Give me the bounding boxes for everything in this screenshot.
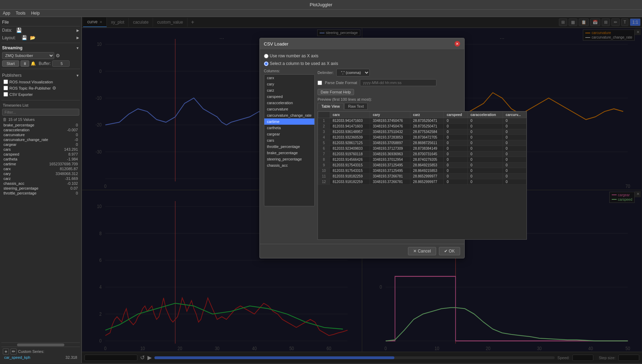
modal-header: CSV Loader ✕ [260,38,464,49]
ts-item-13[interactable]: steering_percentage 0.07 [2,186,79,191]
td-carx: 812033.923409833 [330,146,370,151]
preview-tab-raw[interactable]: Raw Text [344,103,368,110]
radio-label-column[interactable]: Select a column to be used as X axis [264,61,338,66]
publisher-check-1[interactable] [3,86,8,90]
streaming-header[interactable]: Streaming ▼ [1,44,80,51]
col-item-10[interactable]: cars [264,137,314,143]
td-cary: 3348193.37125495 [370,163,410,168]
ts-item-8[interactable]: cartime 1652337698.709 [2,162,79,166]
ts-item-10[interactable]: cary 3348068.312 [2,171,79,176]
cancel-button[interactable]: ✕ Cancel [408,247,436,255]
td-carcurv: 0 [503,140,526,146]
menu-help[interactable]: Help [31,11,40,16]
col-item-7[interactable]: cartime [264,118,314,125]
td-carz: 28.8698725611 [410,140,444,146]
col-item-3[interactable]: carspeed [264,93,314,100]
col-item-9[interactable]: cargear [264,131,314,137]
publisher-check-0[interactable] [3,80,8,84]
zmq-gear-icon[interactable]: ⚙ [56,53,60,58]
edit-custom-series-btn[interactable]: ✏ [10,348,17,355]
col-item-12[interactable]: brake_percentage [264,150,314,156]
layout-save-icon[interactable]: 💾 [22,35,27,40]
ts-item-6[interactable]: carspeed 8.977 [2,152,79,157]
custom-series-item-0[interactable]: car_speed_kph 32.318 [3,355,79,360]
col-item-8[interactable]: cartheta [264,125,314,131]
start-button[interactable]: Start [2,60,19,67]
preview-table-wrap[interactable]: carx cary carz carspeed caracceleration … [318,111,527,240]
col-item-2[interactable]: carz [264,87,314,93]
modal-footer: ✕ Cancel ✔ OK [260,244,464,258]
td-caracc: 0 [467,146,503,151]
layout-load-icon[interactable]: 📂 [30,35,35,40]
ts-item-4[interactable]: cargear 0 [2,142,79,147]
col-item-4[interactable]: caracceleration [264,100,314,106]
ts-item-3[interactable]: carcurvature_change_rate -0 [2,137,79,142]
publisher-gear-1[interactable]: ⚙ [52,85,56,91]
data-icon[interactable]: 💾 [16,27,22,33]
col-item-13[interactable]: steering_percentage [264,156,314,162]
h-scrollbar[interactable] [1,342,80,347]
main-layout: File Data: 💾 ▶ Layout: 💾 📂 ▶ Streaming ▼… [0,17,642,363]
custom-series-section: + ✏ Custom Series: car_speed_kph 32.318 [1,347,80,362]
col-item-1[interactable]: cary [264,81,314,87]
publisher-item-2: CSV Exporter [2,91,79,97]
ts-item-2[interactable]: carcurvature 0 [2,132,79,137]
td-carspeed: 0 [444,151,467,157]
ts-header: 🗑 15 of 15 Values [2,116,79,123]
ts-item-5[interactable]: cars 143.291 [2,147,79,152]
td-carz: 28.8738384149 [410,146,444,151]
td-carcurv: 0 [503,157,526,163]
table-row: 1 812033.941471603 3348193.37450476 28.8… [318,118,526,124]
columns-list[interactable]: carx cary carz carspeed caracceleration … [264,74,315,206]
td-carz: 28.8775342584 [410,129,444,135]
ts-list: brake_percentage 0 caracceleration -0.00… [2,123,79,196]
radio-row-number[interactable] [264,54,268,58]
td-carcurv: 0 [503,168,526,174]
table-row: 5 812033.928617125 3348193.37058897 28.8… [318,140,526,146]
parse-date-checkbox[interactable] [318,81,322,85]
ts-item-7[interactable]: cartheta -1.984 [2,157,79,162]
preview-tab-table[interactable]: Table View [318,103,344,110]
data-label: Data: [2,28,15,33]
zmq-select[interactable]: ZMQ Subscriber [2,52,54,59]
delimiter-select[interactable]: "," (comma) [336,69,370,76]
table-row: 10 812033.917543315 3348193.37125495 28.… [318,168,526,174]
ts-item-9[interactable]: carx 812085.87 [2,166,79,171]
th-carspeed: carspeed [444,112,467,118]
date-format-help-btn[interactable]: Date Format Help [318,89,354,95]
radio-column[interactable] [264,61,268,66]
col-item-14[interactable]: chassis_acc [264,162,314,168]
td-caracc: 0 [467,140,503,146]
ts-item-12[interactable]: chassis_acc -0.102 [2,181,79,186]
col-item-0[interactable]: carx [264,75,314,81]
menu-app[interactable]: App [3,11,10,16]
radio-label-row[interactable]: Use row number as X axis [264,53,319,58]
td-carspeed: 0 [444,157,467,163]
publisher-label-2: CSV Exporter [9,92,33,97]
col-item-5[interactable]: carcurvature [264,106,314,112]
filter-input[interactable] [2,109,79,116]
td-cary: 3348193.37012954 [370,157,410,163]
modal-overlay: CSV Loader ✕ Use row number as X axis [82,17,642,363]
col-item-6[interactable]: carcurvature_change_rate [264,112,314,118]
ts-item-1[interactable]: caracceleration -0.007 [2,127,79,132]
td-carcurv: 0 [503,163,526,168]
td-cary: 3348193.37127309 [370,146,410,151]
ts-item-0[interactable]: brake_percentage 0 [2,123,79,127]
td-carspeed: 0 [444,140,467,146]
delete-icon[interactable]: 🗑 [3,117,7,122]
ts-item-11[interactable]: carz -31.669 [2,176,79,181]
ok-button[interactable]: ✔ OK [439,247,460,255]
pause-button[interactable]: ⏸ [21,60,29,67]
col-item-11[interactable]: throttle_percentage [264,143,314,150]
td-carz: 28.8735250471 [410,124,444,129]
bell-icon[interactable]: 🔔 [31,61,36,66]
date-format-input[interactable] [360,79,436,86]
buffer-input[interactable] [52,60,70,67]
menu-tools[interactable]: Tools [16,11,25,16]
ts-item-14[interactable]: throttle_percentage 0 [2,191,79,196]
modal-close-btn[interactable]: ✕ [455,41,460,47]
add-custom-series-btn[interactable]: + [3,348,9,355]
csv-panels: Columns: carx cary carz carspeed caracce… [264,69,460,240]
publisher-check-2[interactable] [3,92,8,97]
